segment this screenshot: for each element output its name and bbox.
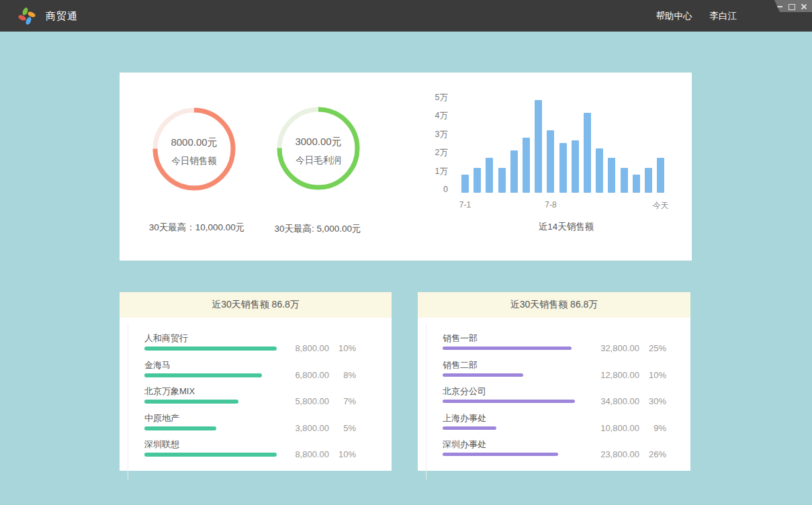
row-values: 34,800.00 30% (578, 396, 666, 408)
progress-row: 中原地产 3,800.00 5% (144, 413, 392, 440)
row-amount: 12,800.00 (578, 369, 639, 381)
x-axis-label: 今天 (653, 200, 669, 212)
row-values: 32,800.00 25% (578, 342, 666, 355)
row-progress-bar (443, 453, 558, 456)
sales-30d-by-customer-card: 近30天销售额 86.8万 人和商贸行 8,800.00 10% 金海马 6,8… (120, 292, 392, 471)
bar-day-17 (657, 158, 664, 193)
close-icon[interactable] (801, 3, 807, 9)
sales-14d-bar-chart (461, 99, 671, 193)
y-axis-label: 1万 (413, 165, 448, 177)
row-values: 3,800.00 5% (267, 422, 356, 434)
titlebar-nav: 帮助中心 李白江 (656, 0, 737, 32)
bar-day-14 (621, 168, 628, 193)
donut-center-text: 3000.00元 今日毛利润 (276, 109, 361, 193)
app-title: 商贸通 (46, 0, 78, 32)
row-values: 8,800.00 10% (267, 342, 356, 355)
row-values: 23,800.00 26% (578, 449, 666, 461)
row-percent: 5% (329, 422, 356, 434)
bar-day-1 (461, 175, 469, 193)
department-rows: 销售一部 32,800.00 25% 销售二部 12,800.00 10% 北京… (418, 318, 690, 466)
sales-30d-by-department-card: 近30天销售额 86.8万 销售一部 32,800.00 25% 销售二部 12… (418, 292, 690, 471)
row-percent: 30% (639, 396, 666, 408)
progress-row: 北京分公司 34,800.00 30% (443, 386, 690, 413)
row-values: 5,800.00 7% (267, 396, 356, 408)
bar-day-11 (584, 113, 591, 193)
donut-center-text: 8000.00元 今日销售额 (152, 109, 236, 194)
help-center-link[interactable]: 帮助中心 (656, 10, 692, 22)
y-axis-label: 4万 (413, 109, 448, 122)
maximize-icon[interactable] (788, 3, 795, 9)
bar-day-12 (596, 148, 603, 193)
row-amount: 6,800.00 (267, 369, 329, 381)
progress-row: 金海马 6,800.00 8% (144, 360, 392, 387)
y-axis-label: 3万 (413, 128, 448, 140)
bar-day-16 (645, 168, 652, 193)
department-card-title: 近30天销售额 86.8万 (418, 292, 690, 318)
row-amount: 10,800.00 (578, 422, 639, 434)
row-values: 6,800.00 8% (267, 369, 356, 381)
progress-row: 深圳办事处 23,800.00 26% (443, 439, 690, 466)
x-axis-label: 7-8 (545, 200, 556, 210)
today-sales-label: 今日销售额 (171, 155, 217, 167)
row-amount: 8,800.00 (267, 449, 329, 461)
x-axis-label: 7-1 (459, 200, 471, 210)
progress-row: 深圳联想 8,800.00 10% (144, 439, 392, 466)
row-percent: 10% (329, 449, 356, 461)
row-percent: 8% (329, 369, 356, 381)
bar-day-3 (486, 158, 493, 193)
row-amount: 8,800.00 (267, 342, 329, 355)
bar-day-9 (559, 143, 567, 193)
row-percent: 9% (639, 422, 666, 434)
bar-day-6 (523, 138, 530, 193)
row-amount: 23,800.00 (578, 449, 639, 461)
y-axis-label: 5万 (413, 91, 448, 103)
today-profit-value: 3000.00元 (295, 136, 341, 148)
row-progress-bar (144, 453, 277, 457)
bar-chart-y-axis: 5万4万3万2万1万0 (413, 99, 448, 193)
minimize-icon[interactable] (776, 3, 782, 9)
row-percent: 7% (329, 396, 356, 408)
row-amount: 32,800.00 (578, 342, 639, 355)
row-amount: 5,800.00 (267, 396, 329, 408)
bar-chart-x-axis: 7-17-8今天 (461, 200, 671, 211)
y-axis-label: 2万 (413, 146, 448, 158)
today-sales-donut-chart: 8000.00元 今日销售额 (152, 107, 236, 191)
progress-row: 销售一部 32,800.00 25% (443, 333, 690, 360)
row-progress-bar (443, 426, 496, 430)
row-progress-bar (144, 400, 238, 404)
row-percent: 10% (639, 369, 666, 381)
row-amount: 34,800.00 (578, 396, 639, 408)
progress-row: 人和商贸行 8,800.00 10% (144, 333, 392, 360)
current-user-link[interactable]: 李白江 (710, 10, 737, 22)
row-percent: 26% (639, 449, 666, 461)
row-values: 10,800.00 9% (578, 422, 666, 434)
profit-30d-max-note: 30天最高: 5,000.00元 (238, 223, 397, 235)
row-progress-bar (443, 373, 523, 377)
today-summary-card: 8000.00元 今日销售额 30天最高：10,000.00元 3000.00元… (120, 73, 692, 261)
progress-row: 销售二部 12,800.00 10% (443, 360, 690, 387)
row-percent: 25% (639, 342, 666, 355)
today-sales-value: 8000.00元 (171, 136, 217, 149)
row-progress-bar (443, 400, 575, 403)
titlebar: 商贸通 帮助中心 李白江 (0, 0, 812, 32)
bar-day-7 (535, 100, 542, 193)
row-values: 8,800.00 10% (267, 449, 356, 461)
row-progress-bar (144, 426, 216, 430)
today-profit-label: 今日毛利润 (296, 154, 341, 167)
row-percent: 10% (329, 342, 356, 355)
row-progress-bar (144, 347, 277, 351)
row-values: 12,800.00 10% (578, 369, 666, 381)
customer-rows: 人和商贸行 8,800.00 10% 金海马 6,800.00 8% 北京万象M… (120, 318, 392, 466)
customer-card-title: 近30天销售额 86.8万 (120, 292, 392, 318)
progress-row: 上海办事处 10,800.00 9% (443, 413, 690, 440)
bar-day-8 (547, 130, 554, 193)
app-logo-pinwheel-icon (17, 7, 36, 26)
row-progress-bar (443, 347, 572, 350)
bar-day-13 (608, 158, 615, 193)
bar-chart-title: 近14天销售额 (461, 221, 671, 233)
row-amount: 3,800.00 (267, 422, 329, 434)
bar-day-10 (572, 140, 579, 193)
y-axis-label: 0 (413, 183, 448, 195)
bar-day-5 (510, 150, 518, 193)
bar-day-2 (473, 168, 481, 193)
